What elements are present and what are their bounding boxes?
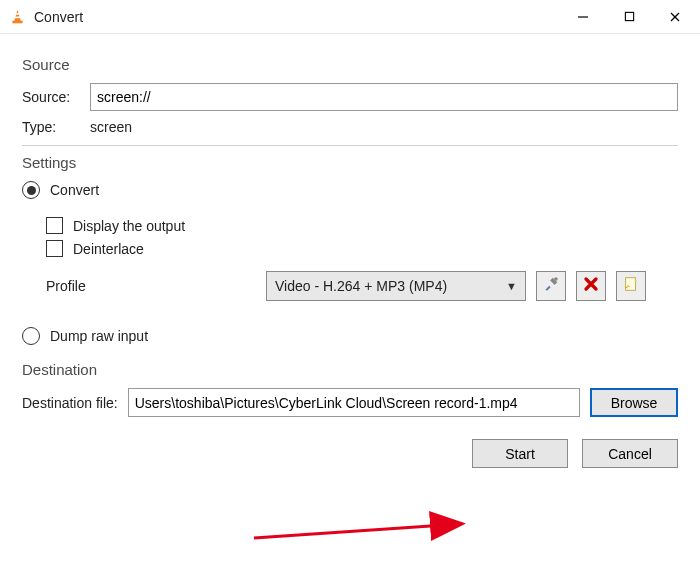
profile-dropdown-value: Video - H.264 + MP3 (MP4) — [275, 278, 506, 294]
svg-line-13 — [254, 524, 460, 538]
source-label: Source: — [22, 89, 80, 105]
svg-rect-9 — [626, 277, 636, 290]
svg-rect-2 — [15, 13, 20, 15]
destination-file-label: Destination file: — [22, 395, 118, 411]
close-button[interactable] — [652, 2, 698, 32]
chevron-down-icon: ▼ — [506, 280, 517, 292]
deinterlace-label: Deinterlace — [73, 241, 144, 257]
dump-raw-radio[interactable] — [22, 327, 40, 345]
svg-rect-5 — [625, 12, 633, 20]
dump-raw-label: Dump raw input — [50, 328, 148, 344]
new-profile-button[interactable] — [616, 271, 646, 301]
delete-profile-button[interactable] — [576, 271, 606, 301]
source-section-title: Source — [22, 56, 678, 73]
title-bar: Convert — [0, 0, 700, 34]
convert-radio[interactable] — [22, 181, 40, 199]
cancel-button[interactable]: Cancel — [582, 439, 678, 468]
display-output-checkbox[interactable] — [46, 217, 63, 234]
start-button[interactable]: Start — [472, 439, 568, 468]
profile-dropdown[interactable]: Video - H.264 + MP3 (MP4) ▼ — [266, 271, 526, 301]
divider — [22, 145, 678, 146]
browse-button[interactable]: Browse — [590, 388, 678, 417]
tools-icon — [542, 275, 560, 298]
destination-section-title: Destination — [22, 361, 678, 378]
type-label: Type: — [22, 119, 80, 135]
svg-point-8 — [554, 277, 558, 281]
settings-section-title: Settings — [22, 154, 678, 171]
maximize-button[interactable] — [606, 2, 652, 32]
svg-marker-0 — [14, 10, 21, 22]
profile-label: Profile — [46, 278, 256, 294]
type-value: screen — [90, 119, 132, 135]
destination-file-input[interactable] — [128, 388, 580, 417]
display-output-label: Display the output — [73, 218, 185, 234]
vlc-cone-icon — [8, 8, 26, 26]
svg-rect-3 — [14, 17, 20, 19]
convert-radio-label: Convert — [50, 182, 99, 198]
svg-rect-1 — [12, 21, 22, 24]
new-profile-icon — [622, 275, 640, 298]
window-title: Convert — [34, 9, 83, 25]
minimize-button[interactable] — [560, 2, 606, 32]
annotation-arrow — [250, 510, 480, 550]
edit-profile-button[interactable] — [536, 271, 566, 301]
source-input[interactable] — [90, 83, 678, 111]
deinterlace-checkbox[interactable] — [46, 240, 63, 257]
delete-icon — [583, 276, 599, 297]
window-controls — [560, 2, 698, 32]
